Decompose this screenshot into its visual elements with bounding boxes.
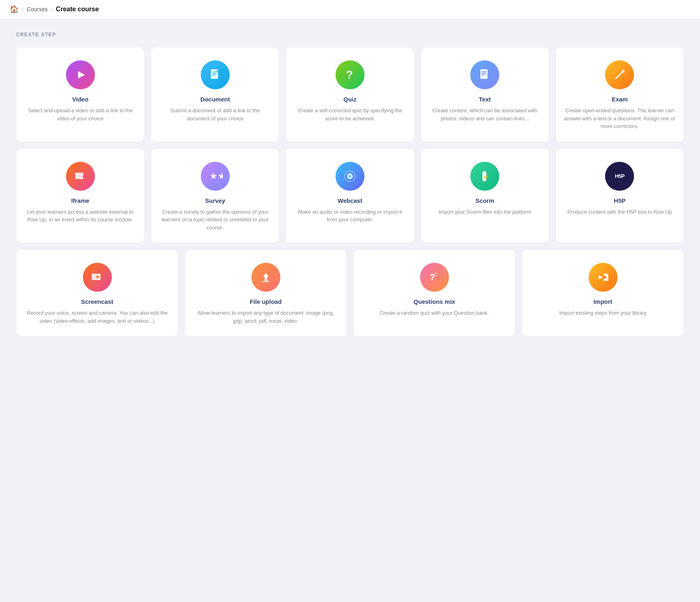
svg-marker-0 xyxy=(78,71,85,78)
card-survey[interactable]: ★★★ SurveyCreate a survey to gather the … xyxy=(151,148,279,243)
topbar: 🏠 › Courses › Create course xyxy=(0,0,700,19)
iframe-icon: → xyxy=(66,162,95,191)
page-title: Create course xyxy=(56,6,99,13)
card-text[interactable]: TextCreate content, which can be associa… xyxy=(421,47,549,142)
scorm-desc: Import your Scorm files into the platfor… xyxy=(439,208,531,216)
svg-text:⚡: ⚡ xyxy=(483,174,489,180)
svg-text:DOC: DOC xyxy=(216,70,222,73)
svg-marker-23 xyxy=(263,273,269,281)
cards-row-2: → IframeLet your learners access a websi… xyxy=(16,148,684,243)
webcast-icon xyxy=(336,162,364,191)
fileupload-icon xyxy=(251,263,280,292)
import-title: Import xyxy=(593,298,612,305)
card-scorm[interactable]: ⚡ ScormImport your Scorm files into the … xyxy=(421,148,549,243)
screencast-desc: Record your voice, screen and camera. Yo… xyxy=(25,309,170,325)
survey-icon: ★★★ xyxy=(201,162,230,191)
h5p-icon: H5P xyxy=(605,162,634,191)
courses-breadcrumb[interactable]: Courses xyxy=(27,6,47,12)
text-title: Text xyxy=(479,96,491,103)
quiz-icon: ? xyxy=(336,60,364,89)
card-fileupload[interactable]: File uploadAllow learners to import any … xyxy=(185,249,347,336)
svg-rect-8 xyxy=(482,71,486,72)
scorm-title: Scorm xyxy=(476,197,494,204)
iframe-desc: Let your learners access a website exter… xyxy=(25,208,136,224)
document-desc: Submit a document or add a link to the d… xyxy=(159,107,271,122)
video-title: Video xyxy=(72,96,89,103)
fileupload-desc: Allow learners to import any type of doc… xyxy=(193,309,338,325)
document-title: Document xyxy=(200,96,230,103)
svg-rect-10 xyxy=(482,74,485,75)
exam-desc: Create open-ended questions. The learner… xyxy=(564,107,675,130)
main-content: CREATE STEP VideoSelect and upload a vid… xyxy=(0,19,700,349)
svg-point-12 xyxy=(622,70,625,73)
svg-point-17 xyxy=(349,175,351,177)
screencast-icon xyxy=(83,263,112,292)
questionsmix-icon: ? ? xyxy=(420,263,449,292)
card-questionsmix[interactable]: ? ? Questions mixCreate a random quiz wi… xyxy=(353,249,515,336)
card-import[interactable]: ImportImport existing steps from your li… xyxy=(522,249,684,336)
svg-rect-7 xyxy=(480,69,488,79)
import-icon xyxy=(589,263,618,292)
webcast-title: Webcast xyxy=(338,197,362,204)
svg-text:★★★: ★★★ xyxy=(210,171,223,181)
quiz-title: Quiz xyxy=(344,96,357,103)
text-desc: Create content, which can be associated … xyxy=(429,107,541,122)
card-h5p[interactable]: H5PH5PProduce content with the H5P tool … xyxy=(556,148,684,243)
home-icon[interactable]: 🏠 xyxy=(10,5,19,14)
survey-desc: Create a survey to gather the opinions o… xyxy=(159,208,271,232)
survey-title: Survey xyxy=(205,197,225,204)
svg-text:→: → xyxy=(79,173,85,179)
import-desc: Import existing steps from your library xyxy=(559,309,646,317)
svg-rect-9 xyxy=(482,73,486,74)
card-iframe[interactable]: → IframeLet your learners access a websi… xyxy=(16,148,144,243)
cards-row-1: VideoSelect and upload a video or add a … xyxy=(16,47,684,142)
fileupload-title: File upload xyxy=(250,298,282,305)
card-exam[interactable]: ExamCreate open-ended questions. The lea… xyxy=(556,47,684,142)
webcast-desc: Make an audio or video recording or impo… xyxy=(294,208,406,224)
svg-rect-24 xyxy=(262,281,270,282)
iframe-title: Iframe xyxy=(71,197,89,204)
card-webcast[interactable]: WebcastMake an audio or video recording … xyxy=(286,148,414,243)
svg-marker-27 xyxy=(599,275,603,279)
svg-rect-4 xyxy=(212,75,215,76)
svg-rect-3 xyxy=(212,73,216,74)
breadcrumb-chevron-2: › xyxy=(51,6,52,12)
document-icon: DOC xyxy=(201,60,230,89)
video-icon xyxy=(66,60,95,89)
card-quiz[interactable]: ? QuizCreate a self-corrected quiz by sp… xyxy=(286,47,414,142)
breadcrumb-chevron-1: › xyxy=(22,6,23,12)
text-icon xyxy=(470,60,499,89)
section-title: CREATE STEP xyxy=(16,32,684,37)
questionsmix-desc: Create a random quiz with your Question … xyxy=(380,309,489,317)
exam-title: Exam xyxy=(611,96,628,103)
card-document[interactable]: DOC DocumentSubmit a document or add a l… xyxy=(151,47,279,142)
card-video[interactable]: VideoSelect and upload a video or add a … xyxy=(16,47,144,142)
exam-icon xyxy=(605,60,634,89)
video-desc: Select and upload a video or add a link … xyxy=(25,107,136,122)
h5p-title: H5P xyxy=(614,197,626,204)
h5p-desc: Produce content with the H5P tool in Ris… xyxy=(567,208,672,216)
svg-text:?: ? xyxy=(434,272,437,278)
svg-text:?: ? xyxy=(346,68,353,81)
cards-row-3: ScreencastRecord your voice, screen and … xyxy=(16,249,684,336)
quiz-desc: Create a self-corrected quiz by specifyi… xyxy=(294,107,406,122)
card-screencast[interactable]: ScreencastRecord your voice, screen and … xyxy=(16,249,178,336)
scorm-icon: ⚡ xyxy=(470,162,499,191)
screencast-title: Screencast xyxy=(81,298,113,305)
questionsmix-title: Questions mix xyxy=(414,298,455,305)
